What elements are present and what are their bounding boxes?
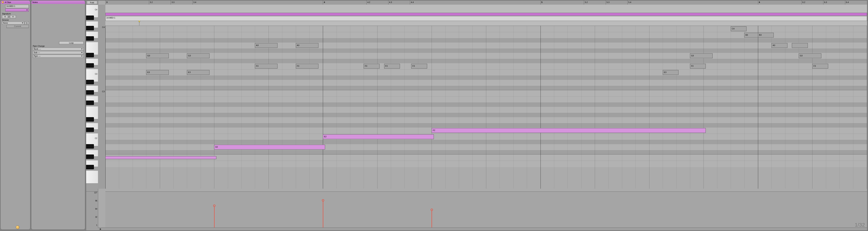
pitch-row [105,80,867,86]
pitch-column-label: C4 [102,26,105,28]
piano-black-key[interactable] [86,53,94,57]
piano-white-key[interactable] [86,42,98,49]
velocity-stem[interactable] [432,211,432,228]
ruler-tick-minor: 5.4 [627,1,632,5]
gridline [595,26,595,189]
piano-black-key[interactable] [86,117,94,122]
loop-brace[interactable] [105,13,867,16]
midi-note[interactable]: F3 [812,64,828,69]
midi-note[interactable]: A3 [296,43,318,48]
piano-roll-keyboard[interactable]: C4C3C2 [86,5,98,189]
note-grid[interactable]: C4B3B3A3A3A3G3G3G3G3F3F3F3F3F3F3F3E3E3E3… [105,26,867,189]
midi-note[interactable]: E3 [146,70,169,75]
midi-note[interactable]: E2 [323,134,434,139]
pgm-dropdown[interactable]: Pgm --- [33,54,84,57]
notes-panel-header[interactable]: Notes [31,1,85,4]
piano-black-key[interactable] [86,144,94,149]
clip-name-bar[interactable]: 14-MIDI 1 [105,16,867,21]
piano-black-key[interactable] [86,36,94,41]
timeline-ruler[interactable]: 34563.23.33.44.24.34.45.25.35.46.26.36.4 [105,1,867,5]
velocity-stem[interactable] [323,201,323,228]
midi-note[interactable]: F3 [255,64,277,69]
midi-note[interactable]: E3 [663,70,679,75]
midi-note[interactable]: A3 [255,43,277,48]
clip-panel-title: 4 Clips [5,1,11,3]
piano-white-key[interactable] [86,107,98,113]
pitch-row [105,154,867,161]
piano-black-key[interactable] [86,101,94,105]
piano-black-key[interactable] [86,154,94,159]
help-icon[interactable] [16,226,20,229]
velocity-handle[interactable] [431,208,433,211]
piano-white-key[interactable] [86,171,98,177]
pitch-row [105,113,867,117]
midi-note[interactable]: F3 [411,64,427,69]
fold-button[interactable]: Fold [87,1,97,4]
note-area-container: 34563.23.33.44.24.34.45.25.35.46.26.36.4… [98,1,867,230]
gridline [364,26,364,189]
velocity-handle[interactable] [322,199,324,201]
midi-note[interactable]: E3 [187,70,210,75]
gridline [785,26,785,189]
midi-note[interactable]: G3 [187,53,210,58]
ruler-tick-minor: 6.3 [823,1,828,5]
midi-note[interactable] [792,43,808,48]
loop-button[interactable]: Loop [59,41,84,44]
velocity-stem[interactable] [214,207,215,228]
piano-black-key[interactable] [86,26,94,30]
play-icon[interactable] [100,228,101,230]
play-marker[interactable] [138,21,141,26]
bottom-scrollbar[interactable] [98,228,867,230]
piano-white-key[interactable]: C4 [86,5,98,11]
gridline [160,26,160,189]
ruler-tick-minor: 5.2 [584,1,588,5]
midi-note[interactable]: D2 [214,145,325,150]
clip-color-chip[interactable] [2,1,4,3]
midi-note[interactable]: F3 [364,64,379,69]
midi-note[interactable] [105,156,216,159]
ruler-tick-minor: 4.4 [410,1,414,5]
piano-white-key[interactable]: C2 [86,133,98,140]
bank-dropdown[interactable]: Bank --- [33,47,84,51]
midi-note[interactable]: C4 [731,27,746,31]
piano-black-key[interactable] [86,63,94,68]
midi-note[interactable]: F2 [432,128,706,133]
sub-dropdown[interactable]: Sub --- [33,51,84,54]
piano-black-key[interactable] [86,165,94,169]
midi-note[interactable]: G3 [799,53,821,58]
clip-panel-header[interactable]: 4 Clips [1,1,30,4]
pitch-row [105,49,867,53]
piano-black-key[interactable] [86,90,94,94]
piano-black-key[interactable] [86,80,94,84]
commit-button[interactable]: Commit [6,25,29,28]
pitch-row [105,38,867,42]
piano-key-label: C4 [95,9,97,11]
midi-note[interactable]: G3 [690,53,713,58]
clip-color-dropdown[interactable] [5,8,29,12]
pitch-row [105,96,867,103]
piano-white-key[interactable]: C3 [86,69,98,76]
sig-numerator[interactable]: 4 [2,15,8,18]
ruler-tick-minor: 6.2 [802,1,806,5]
midi-note[interactable]: F3 [296,64,318,69]
midi-note[interactable]: G3 [146,53,169,58]
midi-note[interactable]: B3 [758,33,774,38]
hot-swap-button[interactable] [25,22,29,25]
midi-note[interactable]: F3 [384,64,400,69]
pitch-row [105,90,867,97]
piano-white-key[interactable] [86,177,98,184]
velocity-handle[interactable] [213,204,215,207]
piano-black-key[interactable] [86,127,94,132]
gridline [228,26,228,189]
pitch-row [105,123,867,127]
midi-note[interactable]: F3 [690,64,706,69]
gridline [214,26,214,189]
groove-dropdown[interactable]: None [2,22,24,25]
velocity-lane[interactable] [105,191,867,228]
sig-denominator[interactable]: 4 [10,15,16,18]
clip-region-lane[interactable]: 14-MIDI 1 [105,5,867,26]
piano-black-key[interactable] [86,15,94,20]
gridline [282,26,282,189]
midi-note[interactable]: A3 [772,43,787,48]
clip-name-field[interactable]: 14-MIDI 1 [5,5,29,8]
